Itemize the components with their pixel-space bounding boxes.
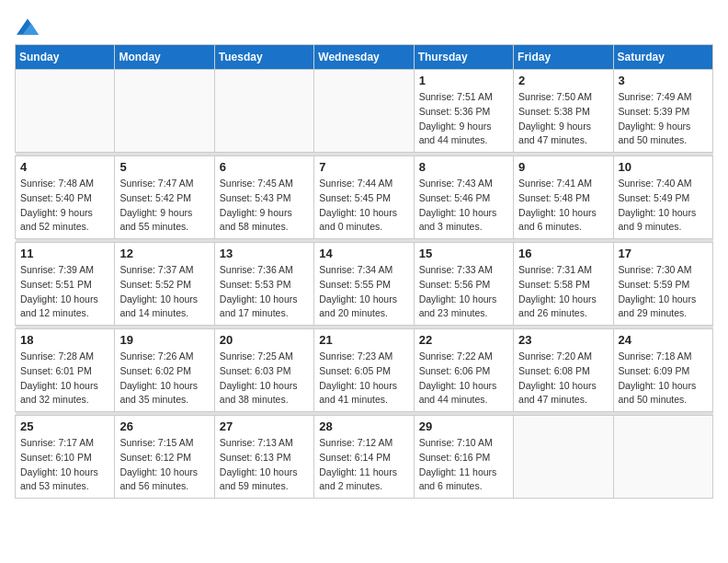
day-info: Sunrise: 7:22 AM Sunset: 6:06 PM Dayligh…	[419, 350, 508, 408]
logo	[15, 18, 39, 35]
calendar-day-cell: 18Sunrise: 7:28 AM Sunset: 6:01 PM Dayli…	[16, 329, 115, 412]
day-info: Sunrise: 7:49 AM Sunset: 5:39 PM Dayligh…	[619, 90, 708, 148]
day-number: 5	[119, 160, 209, 174]
day-number: 8	[419, 160, 508, 174]
day-info: Sunrise: 7:37 AM Sunset: 5:52 PM Dayligh…	[119, 263, 209, 321]
day-info: Sunrise: 7:12 AM Sunset: 6:14 PM Dayligh…	[319, 436, 408, 494]
day-info: Sunrise: 7:15 AM Sunset: 6:12 PM Dayligh…	[119, 436, 209, 494]
calendar-day-cell: 6Sunrise: 7:45 AM Sunset: 5:43 PM Daylig…	[214, 156, 313, 239]
calendar-week-row: 25Sunrise: 7:17 AM Sunset: 6:10 PM Dayli…	[16, 416, 713, 499]
day-info: Sunrise: 7:36 AM Sunset: 5:53 PM Dayligh…	[220, 263, 309, 321]
day-of-week-header: Thursday	[414, 45, 513, 70]
day-number: 19	[119, 333, 209, 347]
day-number: 21	[319, 333, 408, 347]
day-info: Sunrise: 7:39 AM Sunset: 5:51 PM Dayligh…	[20, 263, 109, 321]
day-info: Sunrise: 7:41 AM Sunset: 5:48 PM Dayligh…	[518, 177, 608, 235]
calendar-header-row: SundayMondayTuesdayWednesdayThursdayFrid…	[16, 45, 713, 70]
calendar-day-cell: 11Sunrise: 7:39 AM Sunset: 5:51 PM Dayli…	[16, 243, 115, 326]
calendar-day-cell: 16Sunrise: 7:31 AM Sunset: 5:58 PM Dayli…	[514, 243, 613, 326]
day-info: Sunrise: 7:45 AM Sunset: 5:43 PM Dayligh…	[220, 177, 309, 235]
day-number: 20	[220, 333, 309, 347]
calendar-day-cell	[16, 70, 115, 153]
calendar-day-cell: 8Sunrise: 7:43 AM Sunset: 5:46 PM Daylig…	[414, 156, 513, 239]
day-info: Sunrise: 7:51 AM Sunset: 5:36 PM Dayligh…	[419, 90, 508, 148]
day-number: 29	[419, 419, 508, 433]
calendar-body: 1Sunrise: 7:51 AM Sunset: 5:36 PM Daylig…	[16, 70, 713, 499]
day-info: Sunrise: 7:25 AM Sunset: 6:03 PM Dayligh…	[220, 350, 309, 408]
day-of-week-header: Wednesday	[314, 45, 414, 70]
day-info: Sunrise: 7:47 AM Sunset: 5:42 PM Dayligh…	[119, 177, 209, 235]
day-number: 14	[319, 247, 408, 260]
calendar-day-cell	[514, 416, 613, 499]
day-number: 28	[319, 419, 408, 433]
day-number: 11	[20, 247, 109, 260]
calendar-week-row: 1Sunrise: 7:51 AM Sunset: 5:36 PM Daylig…	[16, 70, 713, 153]
day-of-week-header: Monday	[115, 45, 214, 70]
calendar-day-cell: 21Sunrise: 7:23 AM Sunset: 6:05 PM Dayli…	[314, 329, 414, 412]
calendar-day-cell: 1Sunrise: 7:51 AM Sunset: 5:36 PM Daylig…	[414, 70, 513, 153]
day-info: Sunrise: 7:26 AM Sunset: 6:02 PM Dayligh…	[119, 350, 209, 408]
calendar-day-cell: 17Sunrise: 7:30 AM Sunset: 5:59 PM Dayli…	[613, 243, 712, 326]
calendar-day-cell: 3Sunrise: 7:49 AM Sunset: 5:39 PM Daylig…	[613, 70, 712, 153]
calendar-day-cell: 22Sunrise: 7:22 AM Sunset: 6:06 PM Dayli…	[414, 329, 513, 412]
day-info: Sunrise: 7:13 AM Sunset: 6:13 PM Dayligh…	[220, 436, 309, 494]
day-number: 26	[119, 419, 209, 433]
day-info: Sunrise: 7:48 AM Sunset: 5:40 PM Dayligh…	[20, 177, 109, 235]
day-number: 18	[20, 333, 109, 347]
calendar-day-cell: 4Sunrise: 7:48 AM Sunset: 5:40 PM Daylig…	[16, 156, 115, 239]
day-info: Sunrise: 7:43 AM Sunset: 5:46 PM Dayligh…	[419, 177, 508, 235]
calendar-day-cell: 10Sunrise: 7:40 AM Sunset: 5:49 PM Dayli…	[613, 156, 712, 239]
day-info: Sunrise: 7:28 AM Sunset: 6:01 PM Dayligh…	[20, 350, 109, 408]
day-of-week-header: Friday	[514, 45, 613, 70]
day-info: Sunrise: 7:33 AM Sunset: 5:56 PM Dayligh…	[419, 263, 508, 321]
calendar-week-row: 11Sunrise: 7:39 AM Sunset: 5:51 PM Dayli…	[16, 243, 713, 326]
calendar-day-cell	[115, 70, 214, 153]
calendar-day-cell: 13Sunrise: 7:36 AM Sunset: 5:53 PM Dayli…	[214, 243, 313, 326]
calendar-day-cell: 7Sunrise: 7:44 AM Sunset: 5:45 PM Daylig…	[314, 156, 414, 239]
calendar-day-cell: 28Sunrise: 7:12 AM Sunset: 6:14 PM Dayli…	[314, 416, 414, 499]
day-number: 22	[419, 333, 508, 347]
calendar-table: SundayMondayTuesdayWednesdayThursdayFrid…	[15, 44, 713, 499]
day-number: 27	[220, 419, 309, 433]
calendar-day-cell: 29Sunrise: 7:10 AM Sunset: 6:16 PM Dayli…	[414, 416, 513, 499]
calendar-day-cell	[214, 70, 313, 153]
day-number: 25	[20, 419, 109, 433]
day-of-week-header: Sunday	[16, 45, 115, 70]
day-info: Sunrise: 7:17 AM Sunset: 6:10 PM Dayligh…	[20, 436, 109, 494]
day-info: Sunrise: 7:31 AM Sunset: 5:58 PM Dayligh…	[518, 263, 608, 321]
day-info: Sunrise: 7:23 AM Sunset: 6:05 PM Dayligh…	[319, 350, 408, 408]
day-number: 13	[220, 247, 309, 260]
day-number: 23	[518, 333, 608, 347]
calendar-day-cell: 12Sunrise: 7:37 AM Sunset: 5:52 PM Dayli…	[115, 243, 214, 326]
day-info: Sunrise: 7:40 AM Sunset: 5:49 PM Dayligh…	[619, 177, 708, 235]
day-number: 24	[619, 333, 708, 347]
day-of-week-header: Saturday	[613, 45, 712, 70]
day-info: Sunrise: 7:50 AM Sunset: 5:38 PM Dayligh…	[518, 90, 608, 148]
day-number: 7	[319, 160, 408, 174]
day-number: 10	[619, 160, 708, 174]
calendar-day-cell: 23Sunrise: 7:20 AM Sunset: 6:08 PM Dayli…	[514, 329, 613, 412]
calendar-day-cell: 27Sunrise: 7:13 AM Sunset: 6:13 PM Dayli…	[214, 416, 313, 499]
calendar-day-cell	[314, 70, 414, 153]
day-number: 6	[220, 160, 309, 174]
calendar-week-row: 18Sunrise: 7:28 AM Sunset: 6:01 PM Dayli…	[16, 329, 713, 412]
day-number: 9	[518, 160, 608, 174]
calendar-day-cell: 24Sunrise: 7:18 AM Sunset: 6:09 PM Dayli…	[613, 329, 712, 412]
day-info: Sunrise: 7:20 AM Sunset: 6:08 PM Dayligh…	[518, 350, 608, 408]
day-number: 12	[119, 247, 209, 260]
calendar-day-cell: 14Sunrise: 7:34 AM Sunset: 5:55 PM Dayli…	[314, 243, 414, 326]
calendar-day-cell: 15Sunrise: 7:33 AM Sunset: 5:56 PM Dayli…	[414, 243, 513, 326]
day-of-week-header: Tuesday	[214, 45, 313, 70]
day-number: 3	[619, 74, 708, 87]
day-number: 2	[518, 74, 608, 87]
calendar-day-cell: 19Sunrise: 7:26 AM Sunset: 6:02 PM Dayli…	[115, 329, 214, 412]
calendar-day-cell	[613, 416, 712, 499]
day-number: 4	[20, 160, 109, 174]
calendar-day-cell: 26Sunrise: 7:15 AM Sunset: 6:12 PM Dayli…	[115, 416, 214, 499]
day-info: Sunrise: 7:10 AM Sunset: 6:16 PM Dayligh…	[419, 436, 508, 494]
day-info: Sunrise: 7:30 AM Sunset: 5:59 PM Dayligh…	[619, 263, 708, 321]
day-number: 1	[419, 74, 508, 87]
calendar-day-cell: 25Sunrise: 7:17 AM Sunset: 6:10 PM Dayli…	[16, 416, 115, 499]
calendar-day-cell: 2Sunrise: 7:50 AM Sunset: 5:38 PM Daylig…	[514, 70, 613, 153]
calendar-day-cell: 20Sunrise: 7:25 AM Sunset: 6:03 PM Dayli…	[214, 329, 313, 412]
